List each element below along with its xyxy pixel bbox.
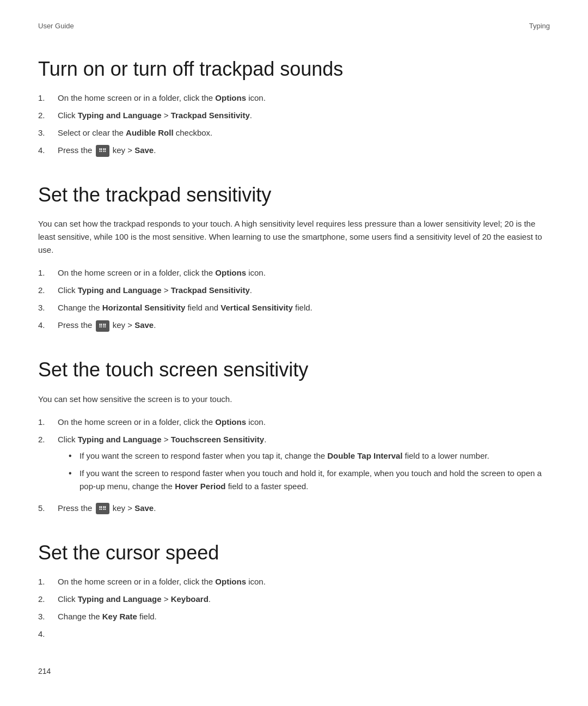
list-item: Click Typing and Language > Trackpad Sen… xyxy=(38,109,550,122)
section-desc-trackpad-sensitivity: You can set how the trackpad responds to… xyxy=(38,217,550,257)
bullet-item: If you want the screen to respond faster… xyxy=(69,467,550,493)
header-left: User Guide xyxy=(38,22,74,30)
section-desc-touch-screen-sensitivity: You can set how sensitive the screen is … xyxy=(38,393,550,406)
section-touch-screen-sensitivity: Set the touch screen sensitivityYou can … xyxy=(38,358,550,514)
list-item: On the home screen or in a folder, click… xyxy=(38,92,550,105)
list-item: Press the key > Save. xyxy=(38,502,550,515)
list-item: Change the Key Rate field. xyxy=(38,610,550,623)
menu-key-icon xyxy=(96,320,109,332)
page-number: 214 xyxy=(38,667,550,675)
list-item: Click Typing and Language > Touchscreen … xyxy=(38,433,550,497)
section-trackpad-sounds: Turn on or turn off trackpad soundsOn th… xyxy=(38,57,550,157)
page-header: User Guide Typing xyxy=(38,22,550,30)
section-title-touch-screen-sensitivity: Set the touch screen sensitivity xyxy=(38,358,550,381)
list-item: Press the key > Save. xyxy=(38,319,550,332)
list-item: Press the key > Save. xyxy=(38,144,550,157)
list-item: On the home screen or in a folder, click… xyxy=(38,575,550,588)
steps-list-touch-screen-sensitivity: On the home screen or in a folder, click… xyxy=(38,416,550,515)
list-item: Select or clear the Audible Roll checkbo… xyxy=(38,126,550,139)
list-item: On the home screen or in a folder, click… xyxy=(38,266,550,279)
section-cursor-speed: Set the cursor speedOn the home screen o… xyxy=(38,541,550,641)
steps-list-trackpad-sensitivity: On the home screen or in a folder, click… xyxy=(38,266,550,332)
bullet-list: If you want the screen to respond faster… xyxy=(58,449,550,493)
list-item xyxy=(38,628,550,641)
section-title-trackpad-sounds: Turn on or turn off trackpad sounds xyxy=(38,57,550,81)
bullet-item: If you want the screen to respond faster… xyxy=(69,449,550,462)
section-trackpad-sensitivity: Set the trackpad sensitivityYou can set … xyxy=(38,183,550,332)
list-item: Click Typing and Language > Trackpad Sen… xyxy=(38,284,550,297)
header-right: Typing xyxy=(529,22,550,30)
section-title-cursor-speed: Set the cursor speed xyxy=(38,541,550,564)
menu-key-icon xyxy=(96,503,109,515)
menu-key-icon xyxy=(96,145,109,157)
section-title-trackpad-sensitivity: Set the trackpad sensitivity xyxy=(38,183,550,206)
steps-list-trackpad-sounds: On the home screen or in a folder, click… xyxy=(38,92,550,157)
list-item: Change the Horizontal Sensitivity field … xyxy=(38,301,550,314)
list-item: On the home screen or in a folder, click… xyxy=(38,416,550,429)
steps-list-cursor-speed: On the home screen or in a folder, click… xyxy=(38,575,550,641)
list-item: Click Typing and Language > Keyboard. xyxy=(38,593,550,606)
